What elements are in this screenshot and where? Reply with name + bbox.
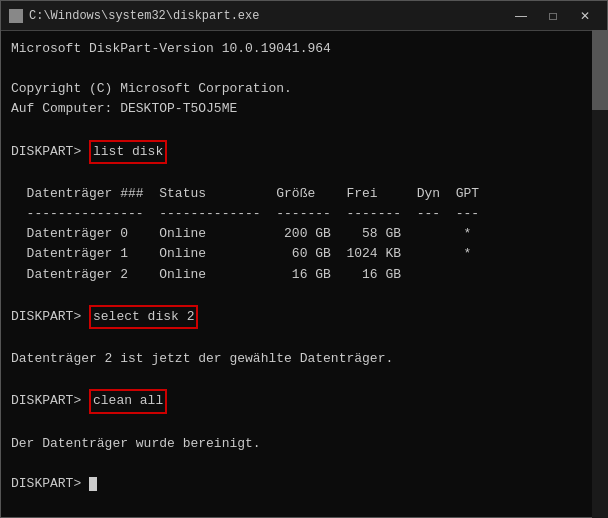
prompt-2: DISKPART> <box>11 307 89 327</box>
command-1: list disk <box>89 140 167 164</box>
blank-line-2 <box>11 120 597 140</box>
select-msg: Datenträger 2 ist jetzt der gewählte Dat… <box>11 349 597 369</box>
version-line: Microsoft DiskPart-Version 10.0.19041.96… <box>11 39 597 59</box>
window-controls: — □ ✕ <box>507 6 599 26</box>
window-title: C:\Windows\system32\diskpart.exe <box>29 9 259 23</box>
disk-2-row: Datenträger 2 Online 16 GB 16 GB <box>11 265 597 285</box>
console-window: C:\Windows\system32\diskpart.exe — □ ✕ M… <box>0 0 608 518</box>
prompt-line-4: DISKPART> <box>11 474 597 494</box>
prompt-line-2: DISKPART> select disk 2 <box>11 305 597 329</box>
blank-line-7 <box>11 414 597 434</box>
window: C:\Windows\system32\diskpart.exe — □ ✕ M… <box>0 0 608 518</box>
minimize-button[interactable]: — <box>507 6 535 26</box>
blank-line-5 <box>11 329 597 349</box>
console-content: Microsoft DiskPart-Version 10.0.19041.96… <box>11 39 597 509</box>
copyright-line: Copyright (C) Microsoft Corporation. <box>11 79 597 99</box>
blank-line-1 <box>11 59 597 79</box>
prompt-4: DISKPART> <box>11 474 89 494</box>
table-sep: --------------- ------------- ------- --… <box>11 204 597 224</box>
table-header: Datenträger ### Status Größe Frei Dyn GP… <box>11 184 597 204</box>
prompt-1: DISKPART> <box>11 142 89 162</box>
blank-line-3 <box>11 164 597 184</box>
command-3: clean all <box>89 389 167 413</box>
computer-line: Auf Computer: DESKTOP-T5OJ5ME <box>11 99 597 119</box>
console-area: Microsoft DiskPart-Version 10.0.19041.96… <box>1 31 607 517</box>
command-2: select disk 2 <box>89 305 198 329</box>
blank-line-4 <box>11 285 597 305</box>
blank-line-6 <box>11 369 597 389</box>
prompt-line-3: DISKPART> clean all <box>11 389 597 413</box>
titlebar: C:\Windows\system32\diskpart.exe — □ ✕ <box>1 1 607 31</box>
cursor <box>89 477 97 491</box>
close-button[interactable]: ✕ <box>571 6 599 26</box>
blank-line-8 <box>11 454 597 474</box>
prompt-line-1: DISKPART> list disk <box>11 140 597 164</box>
maximize-button[interactable]: □ <box>539 6 567 26</box>
scrollbar-thumb[interactable] <box>592 30 608 110</box>
prompt-3: DISKPART> <box>11 391 89 411</box>
app-icon <box>9 9 23 23</box>
clean-msg: Der Datenträger wurde bereinigt. <box>11 434 597 454</box>
disk-0-row: Datenträger 0 Online 200 GB 58 GB * <box>11 224 597 244</box>
titlebar-left: C:\Windows\system32\diskpart.exe <box>9 9 259 23</box>
disk-1-row: Datenträger 1 Online 60 GB 1024 KB * <box>11 244 597 264</box>
